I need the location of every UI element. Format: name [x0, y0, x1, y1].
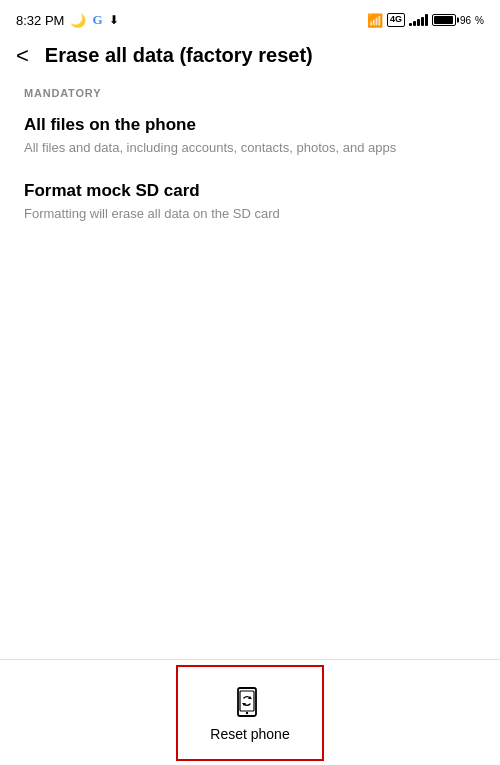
wifi-icon: 📶: [367, 13, 383, 28]
download-icon: ⬇: [109, 13, 119, 27]
option-sd-card: Format mock SD card Formatting will eras…: [24, 181, 476, 223]
status-right: 📶 4G 96 %: [367, 13, 484, 28]
svg-rect-1: [240, 691, 254, 711]
signal-bars: [409, 14, 428, 26]
svg-point-2: [246, 711, 248, 713]
battery-icon: [432, 14, 456, 26]
time-display: 8:32 PM: [16, 13, 64, 28]
page-header: < Erase all data (factory reset): [0, 36, 500, 79]
svg-rect-0: [238, 688, 256, 716]
main-content: MANDATORY All files on the phone All fil…: [0, 79, 500, 255]
reset-icon: [232, 684, 268, 720]
battery-percentage: 96: [460, 15, 471, 26]
option-desc-files: All files and data, including accounts, …: [24, 139, 476, 157]
section-label: MANDATORY: [24, 87, 476, 99]
status-left: 8:32 PM 🌙 G ⬇: [16, 12, 119, 28]
option-all-files: All files on the phone All files and dat…: [24, 115, 476, 157]
moon-icon: 🌙: [70, 13, 86, 28]
google-icon: G: [92, 12, 102, 28]
bottom-action-area: Reset phone: [0, 659, 500, 765]
status-bar: 8:32 PM 🌙 G ⬇ 📶 4G 96 %: [0, 0, 500, 36]
reset-phone-button[interactable]: Reset phone: [176, 665, 324, 761]
page-title: Erase all data (factory reset): [45, 44, 313, 67]
option-title-files: All files on the phone: [24, 115, 476, 135]
battery-percent-sign: %: [475, 15, 484, 26]
option-title-sd: Format mock SD card: [24, 181, 476, 201]
option-desc-sd: Formatting will erase all data on the SD…: [24, 205, 476, 223]
back-button[interactable]: <: [16, 45, 29, 67]
reset-button-label: Reset phone: [210, 726, 289, 742]
network-badge: 4G: [387, 13, 405, 27]
